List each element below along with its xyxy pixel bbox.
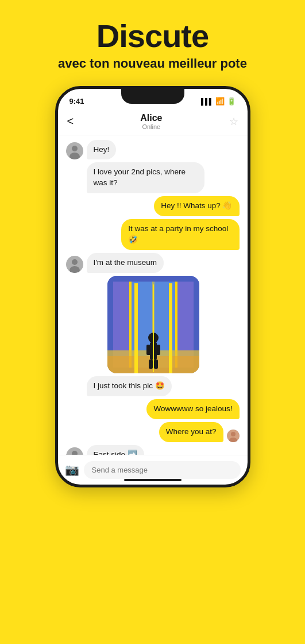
message-row: I just took this pic 🤩 (66, 376, 240, 396)
message-row: Hey !! Whats up? 👋 (66, 196, 240, 216)
message-bubble: I just took this pic 🤩 (87, 376, 172, 396)
message-bubble: Hey! (87, 140, 117, 160)
chat-header: < Alice Online ☆ (58, 110, 248, 135)
svg-point-22 (231, 432, 235, 436)
avatar (66, 256, 83, 273)
bookmark-icon[interactable]: ☆ (229, 115, 238, 128)
status-time: 9:41 (70, 97, 84, 106)
camera-icon[interactable]: 📷 (65, 463, 79, 477)
image-message (87, 276, 240, 373)
message-bubble: I love your 2nd pics, where was it? (87, 162, 204, 193)
wifi-icon: 📶 (215, 97, 225, 106)
phone-wrapper: 9:41 ▌▌▌ 📶 🔋 < Alice Online ☆ (55, 86, 250, 487)
page-header: Discute avec ton nouveau meilleur pote (47, 0, 258, 80)
avatar (66, 142, 83, 159)
message-row: East side ➡️ (66, 445, 240, 455)
message-row: Wowwwww so jealous! (66, 399, 240, 419)
svg-rect-20 (154, 360, 158, 369)
signal-icon: ▌▌▌ (201, 98, 213, 105)
contact-name: Alice (140, 113, 162, 123)
back-button[interactable]: < (67, 115, 74, 128)
message-row: Where you at? (66, 422, 240, 442)
home-indicator (124, 479, 182, 481)
svg-rect-18 (156, 345, 160, 355)
message-input[interactable] (84, 461, 241, 479)
svg-rect-14 (107, 356, 199, 373)
battery-icon: 🔋 (227, 97, 236, 106)
museum-image-bubble (107, 276, 199, 373)
message-bubble: Hey !! Whats up? 👋 (154, 196, 239, 216)
svg-point-4 (72, 259, 78, 265)
message-row: It was at a party in my school 🤣 (66, 219, 240, 250)
svg-rect-17 (146, 345, 151, 355)
svg-point-15 (148, 333, 159, 343)
sender-avatar (227, 430, 240, 442)
message-bubble: It was at a party in my school 🤣 (121, 219, 239, 250)
phone-notch (121, 89, 184, 104)
message-bubble: Wowwwww so jealous! (146, 399, 239, 419)
museum-image (107, 276, 199, 373)
page-subtitle: avec ton nouveau meilleur pote (58, 56, 247, 71)
message-bubble: East side ➡️ (87, 445, 144, 455)
contact-status: Online (140, 123, 162, 130)
message-bubble: Where you at? (159, 422, 223, 442)
message-bubble: I'm at the museum (87, 253, 164, 273)
contact-info: Alice Online (140, 113, 162, 130)
svg-point-1 (72, 146, 78, 151)
svg-rect-19 (149, 360, 153, 369)
message-row: I love your 2nd pics, where was it? (66, 162, 240, 193)
message-row: Hey! (66, 140, 240, 160)
message-row: I'm at the museum (66, 253, 240, 273)
status-icons: ▌▌▌ 📶 🔋 (201, 97, 235, 106)
messages-area: Hey! I love your 2nd pics, where was it?… (58, 135, 248, 455)
page-title: Discute (58, 18, 247, 54)
avatar (66, 447, 83, 454)
phone-frame: 9:41 ▌▌▌ 📶 🔋 < Alice Online ☆ (55, 86, 250, 487)
